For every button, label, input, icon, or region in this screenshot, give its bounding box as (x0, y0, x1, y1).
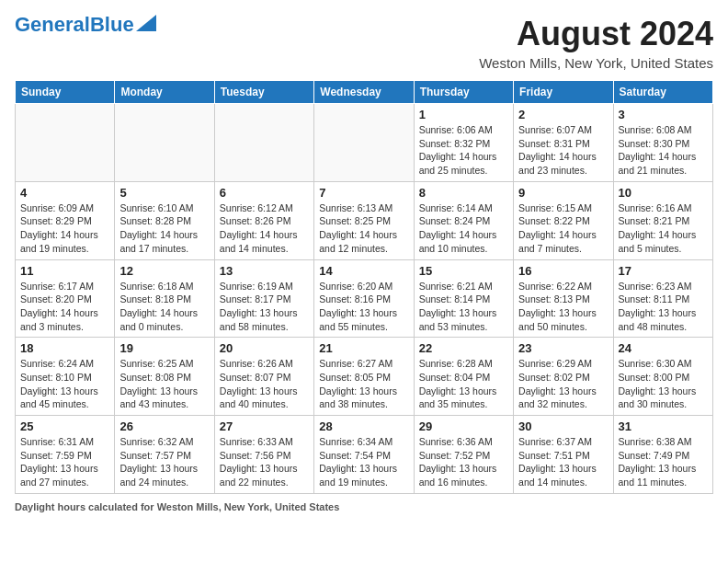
col-header-sunday: Sunday (16, 81, 115, 104)
day-number: 16 (518, 264, 608, 278)
day-number: 27 (220, 419, 309, 433)
calendar-cell (214, 104, 313, 182)
day-info: Sunrise: 6:06 AMSunset: 8:32 PMDaylight:… (419, 123, 508, 178)
calendar-cell: 18Sunrise: 6:24 AMSunset: 8:10 PMDayligh… (16, 338, 115, 416)
calendar-cell: 27Sunrise: 6:33 AMSunset: 7:56 PMDayligh… (214, 416, 313, 494)
day-info: Sunrise: 6:12 AMSunset: 8:26 PMDaylight:… (220, 201, 309, 256)
day-number: 15 (419, 264, 508, 278)
day-number: 26 (119, 419, 209, 433)
calendar-cell (16, 104, 115, 182)
day-number: 2 (518, 108, 608, 121)
day-number: 4 (20, 186, 109, 200)
calendar-cell: 15Sunrise: 6:21 AMSunset: 8:14 PMDayligh… (414, 259, 513, 338)
calendar-table: SundayMondayTuesdayWednesdayThursdayFrid… (15, 80, 713, 494)
calendar-cell: 28Sunrise: 6:34 AMSunset: 7:54 PMDayligh… (314, 416, 414, 494)
day-number: 21 (319, 341, 408, 355)
day-number: 1 (419, 108, 508, 121)
calendar-cell: 29Sunrise: 6:36 AMSunset: 7:52 PMDayligh… (414, 416, 513, 494)
day-info: Sunrise: 6:07 AMSunset: 8:31 PMDaylight:… (518, 123, 608, 178)
month-title: August 2024 (479, 15, 713, 53)
col-header-wednesday: Wednesday (314, 81, 414, 104)
day-info: Sunrise: 6:14 AMSunset: 8:24 PMDaylight:… (419, 201, 508, 256)
calendar-cell: 21Sunrise: 6:27 AMSunset: 8:05 PMDayligh… (314, 338, 414, 416)
day-info: Sunrise: 6:37 AMSunset: 7:51 PMDaylight:… (518, 435, 608, 489)
page-header: GeneralBlue August 2024 Weston Mills, Ne… (15, 15, 713, 71)
day-number: 25 (20, 419, 109, 433)
day-info: Sunrise: 6:08 AMSunset: 8:30 PMDaylight:… (619, 123, 708, 178)
day-info: Sunrise: 6:18 AMSunset: 8:18 PMDaylight:… (119, 280, 209, 334)
calendar-cell: 25Sunrise: 6:31 AMSunset: 7:59 PMDayligh… (16, 416, 115, 494)
day-number: 17 (619, 264, 708, 278)
day-number: 22 (419, 341, 508, 355)
day-info: Sunrise: 6:29 AMSunset: 8:02 PMDaylight:… (518, 357, 608, 411)
title-block: August 2024 Weston Mills, New York, Unit… (479, 15, 713, 71)
calendar-cell: 2Sunrise: 6:07 AMSunset: 8:31 PMDaylight… (514, 104, 613, 182)
calendar-cell: 7Sunrise: 6:13 AMSunset: 8:25 PMDaylight… (314, 181, 414, 259)
calendar-cell: 16Sunrise: 6:22 AMSunset: 8:13 PMDayligh… (514, 259, 613, 338)
day-number: 6 (220, 186, 309, 200)
calendar-cell: 4Sunrise: 6:09 AMSunset: 8:29 PMDaylight… (16, 181, 115, 259)
calendar-cell: 11Sunrise: 6:17 AMSunset: 8:20 PMDayligh… (16, 259, 115, 338)
day-number: 28 (319, 419, 408, 433)
week-row-3: 18Sunrise: 6:24 AMSunset: 8:10 PMDayligh… (16, 338, 713, 416)
col-header-thursday: Thursday (414, 81, 513, 104)
day-info: Sunrise: 6:36 AMSunset: 7:52 PMDaylight:… (419, 435, 508, 489)
day-info: Sunrise: 6:15 AMSunset: 8:22 PMDaylight:… (518, 201, 608, 256)
day-info: Sunrise: 6:17 AMSunset: 8:20 PMDaylight:… (20, 280, 109, 334)
week-row-1: 4Sunrise: 6:09 AMSunset: 8:29 PMDaylight… (16, 181, 713, 259)
calendar-cell (314, 104, 414, 182)
week-row-4: 25Sunrise: 6:31 AMSunset: 7:59 PMDayligh… (16, 416, 713, 494)
logo: GeneralBlue (15, 15, 156, 35)
day-number: 10 (619, 186, 708, 200)
calendar-cell: 14Sunrise: 6:20 AMSunset: 8:16 PMDayligh… (314, 259, 414, 338)
week-row-2: 11Sunrise: 6:17 AMSunset: 8:20 PMDayligh… (16, 259, 713, 338)
calendar-cell: 24Sunrise: 6:30 AMSunset: 8:00 PMDayligh… (613, 338, 712, 416)
day-number: 24 (619, 341, 708, 355)
day-number: 7 (319, 186, 408, 200)
calendar-cell: 26Sunrise: 6:32 AMSunset: 7:57 PMDayligh… (115, 416, 214, 494)
calendar-cell: 31Sunrise: 6:38 AMSunset: 7:49 PMDayligh… (613, 416, 712, 494)
day-info: Sunrise: 6:20 AMSunset: 8:16 PMDaylight:… (319, 280, 408, 334)
calendar-cell: 6Sunrise: 6:12 AMSunset: 8:26 PMDaylight… (214, 181, 313, 259)
day-number: 8 (419, 186, 508, 200)
col-header-saturday: Saturday (613, 81, 712, 104)
calendar-cell: 17Sunrise: 6:23 AMSunset: 8:11 PMDayligh… (613, 259, 712, 338)
calendar-cell: 12Sunrise: 6:18 AMSunset: 8:18 PMDayligh… (115, 259, 214, 338)
day-info: Sunrise: 6:22 AMSunset: 8:13 PMDaylight:… (518, 280, 608, 334)
day-info: Sunrise: 6:28 AMSunset: 8:04 PMDaylight:… (419, 357, 508, 411)
day-number: 3 (619, 108, 708, 121)
calendar-cell: 20Sunrise: 6:26 AMSunset: 8:07 PMDayligh… (214, 338, 313, 416)
location: Weston Mills, New York, United States (479, 55, 713, 71)
day-number: 14 (319, 264, 408, 278)
day-number: 31 (619, 419, 708, 433)
day-info: Sunrise: 6:24 AMSunset: 8:10 PMDaylight:… (20, 357, 109, 411)
day-number: 23 (518, 341, 608, 355)
day-number: 9 (518, 186, 608, 200)
day-info: Sunrise: 6:30 AMSunset: 8:00 PMDaylight:… (619, 357, 708, 411)
day-info: Sunrise: 6:33 AMSunset: 7:56 PMDaylight:… (220, 435, 309, 489)
footer-note: Daylight hours calculated for Weston Mil… (15, 501, 713, 512)
calendar-cell: 8Sunrise: 6:14 AMSunset: 8:24 PMDaylight… (414, 181, 513, 259)
day-info: Sunrise: 6:13 AMSunset: 8:25 PMDaylight:… (319, 201, 408, 256)
day-number: 11 (20, 264, 109, 278)
calendar-cell: 22Sunrise: 6:28 AMSunset: 8:04 PMDayligh… (414, 338, 513, 416)
calendar-cell: 1Sunrise: 6:06 AMSunset: 8:32 PMDaylight… (414, 104, 513, 182)
day-number: 19 (119, 341, 209, 355)
calendar-cell: 23Sunrise: 6:29 AMSunset: 8:02 PMDayligh… (514, 338, 613, 416)
calendar-cell: 13Sunrise: 6:19 AMSunset: 8:17 PMDayligh… (214, 259, 313, 338)
day-number: 13 (220, 264, 309, 278)
day-number: 5 (119, 186, 209, 200)
day-info: Sunrise: 6:38 AMSunset: 7:49 PMDaylight:… (619, 435, 708, 489)
day-info: Sunrise: 6:26 AMSunset: 8:07 PMDaylight:… (220, 357, 309, 411)
day-info: Sunrise: 6:34 AMSunset: 7:54 PMDaylight:… (319, 435, 408, 489)
day-info: Sunrise: 6:21 AMSunset: 8:14 PMDaylight:… (419, 280, 508, 334)
day-info: Sunrise: 6:09 AMSunset: 8:29 PMDaylight:… (20, 201, 109, 256)
calendar-cell: 30Sunrise: 6:37 AMSunset: 7:51 PMDayligh… (514, 416, 613, 494)
day-info: Sunrise: 6:19 AMSunset: 8:17 PMDaylight:… (220, 280, 309, 334)
day-number: 12 (119, 264, 209, 278)
col-header-tuesday: Tuesday (214, 81, 313, 104)
calendar-cell: 5Sunrise: 6:10 AMSunset: 8:28 PMDaylight… (115, 181, 214, 259)
day-info: Sunrise: 6:10 AMSunset: 8:28 PMDaylight:… (119, 201, 209, 256)
col-header-monday: Monday (115, 81, 214, 104)
logo-text: GeneralBlue (15, 15, 134, 35)
